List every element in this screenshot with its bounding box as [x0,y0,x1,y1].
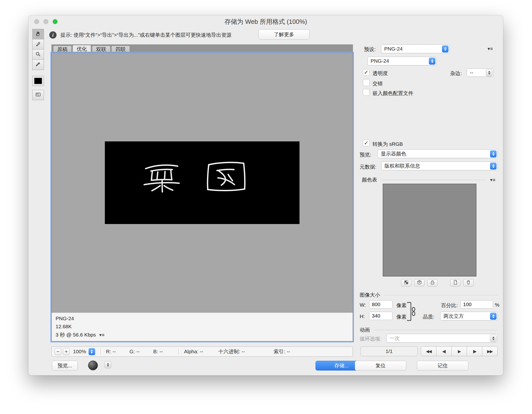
close-window-button[interactable] [34,19,39,24]
height-unit-label: 像素 [396,313,407,320]
quality-value: 两次立方 [443,313,464,319]
slice-select-tool-button[interactable] [32,39,44,49]
save-for-web-dialog: 存储为 Web 所用格式 (100%) i 提示: 使用“文件”>“导出”>“导… [28,15,503,375]
browser-select-stepper[interactable] [104,361,111,368]
tab-2up[interactable]: 双联 [92,46,110,53]
embed-profile-checkbox[interactable] [363,89,370,96]
matte-select[interactable]: -- [467,69,494,77]
remember-button[interactable]: 记住 [417,361,468,371]
checkerboard-icon [404,280,409,286]
download-speed-menu-icon[interactable]: ▾≡ [99,332,105,338]
optimize-panel-menu-icon[interactable]: ▾≡ [488,46,493,51]
optimize-info-panel: PNG-24 12.68K 3 秒 @ 56.6 Kbps ▾≡ [52,312,353,341]
eyedropper-tool-button[interactable] [32,59,44,70]
matte-label: 杂边: [450,70,462,77]
hint-bar: i 提示: 使用“文件”>“导出”>“导出为...”或右键单击某个图层可更快速地… [49,30,232,40]
lock-color-button[interactable] [428,279,437,286]
previous-frame-button[interactable]: ◀| [436,346,452,356]
hex-readout: 十六进制: -- [218,348,245,355]
tab-original[interactable]: 原稿 [53,46,72,53]
format-stepper [429,58,435,65]
bottom-status-bar: − + 100% R: -- G: -- B: -- Alpha: -- 十六进… [51,346,353,357]
index-readout: 索引: -- [274,348,290,355]
preset-label: 预设: [364,46,376,53]
zoom-level-value[interactable]: 100% [73,349,86,355]
zoom-tool-button[interactable] [32,49,44,60]
transparency-checkbox[interactable] [363,69,370,76]
preset-value: PNG-24 [384,46,403,52]
divider [373,330,498,330]
quality-label: 品质: [423,313,434,320]
last-frame-button[interactable]: ▶▶ [482,346,498,356]
artwork-text: 栗 图 [105,141,105,142]
percent-unit-label: % [495,302,499,308]
zoom-level-stepper[interactable] [89,348,95,355]
loop-options-label: 循环选项: [360,335,381,342]
toggle-slices-visibility-button[interactable] [32,90,44,100]
first-frame-button[interactable]: ◀◀ [421,346,436,356]
format-select[interactable]: PNG-24 [367,57,436,65]
delete-color-button[interactable] [463,279,474,286]
reset-button[interactable]: 复位 [355,361,406,371]
format-readout: PNG-24 [56,315,74,321]
metadata-label: 元数据: [360,164,376,170]
animation-title: 动画 [360,326,370,333]
divider [100,348,101,355]
color-table-header: 颜色表 ▾≡ [362,176,496,183]
green-readout: G: -- [130,349,140,355]
eyedropper-color-swatch[interactable] [32,76,44,86]
metadata-value: 版权和联系信息 [384,163,420,169]
tab-4up[interactable]: 四联 [111,46,130,53]
link-dimensions-icon[interactable] [406,301,417,322]
interlaced-label: 交错 [372,80,383,87]
preview-canvas[interactable]: 栗 图 [52,53,353,312]
preview-mode-stepper [490,150,497,158]
interlaced-checkbox[interactable] [363,79,370,86]
preset-select[interactable]: PNG-24 [381,44,449,53]
color-table-swatches[interactable] [383,184,476,276]
divider [178,348,179,355]
preview-mode-select[interactable]: 显示器颜色 [378,149,498,158]
preview-in-browser-button[interactable]: 预览... [52,361,78,371]
matte-value: -- [470,70,473,76]
zoom-window-button[interactable] [53,19,57,24]
browser-preview-icon[interactable] [88,361,98,370]
width-label: W: [360,302,366,308]
slice-select-icon [35,41,41,48]
color-table-menu-icon[interactable]: ▾≡ [490,177,496,183]
loop-options-value: 一次 [390,335,400,342]
zoom-in-button[interactable]: + [63,348,70,355]
alpha-readout: Alpha: -- [184,349,203,355]
trash-icon [466,280,471,286]
web-shift-button[interactable] [414,279,425,286]
preset-stepper [442,45,448,52]
info-icon: i [49,31,57,39]
loop-options-select[interactable]: 一次 [386,334,498,343]
new-color-button[interactable] [450,279,460,286]
cube-icon [417,280,422,286]
loop-options-stepper [490,335,497,342]
title-bar[interactable]: 存储为 Web 所用格式 (100%) [28,15,503,28]
quality-select[interactable]: 两次立方 [440,312,498,320]
metadata-select[interactable]: 版权和联系信息 [381,162,498,170]
learn-more-button[interactable]: 了解更多 [258,30,309,39]
preview-frame: 栗 图 [51,53,353,341]
play-button[interactable]: ▶ [451,346,467,356]
convert-srgb-checkbox[interactable] [363,140,370,147]
lock-icon [430,280,435,286]
handwriting-strokes [105,141,299,224]
tab-optimized[interactable]: 优化 [73,45,91,53]
zoom-out-button[interactable]: − [55,348,61,355]
map-transparency-button[interactable] [401,279,411,286]
minimize-window-button[interactable] [43,19,48,24]
metadata-stepper [490,163,497,170]
window-controls [34,19,57,24]
percent-input[interactable]: 100 [460,300,493,309]
image-size-title: 图像大小 [360,292,380,298]
next-frame-button[interactable]: |▶ [467,346,482,356]
filesize-readout: 12.68K [56,324,72,329]
quality-stepper [490,313,497,320]
hand-tool-button[interactable] [32,29,44,39]
width-input[interactable]: 800 [369,300,392,309]
height-input[interactable]: 340 [369,312,392,320]
